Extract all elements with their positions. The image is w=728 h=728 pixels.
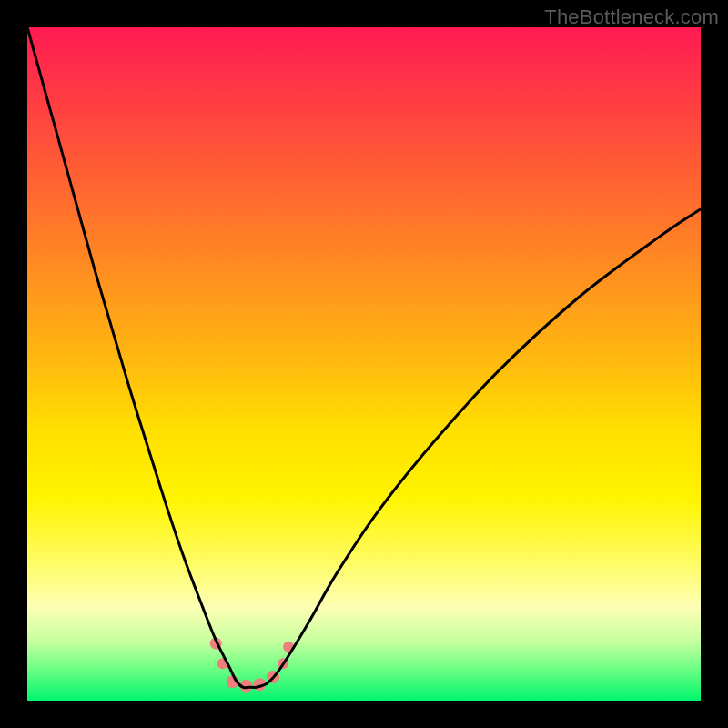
chart-svg: [27, 27, 701, 701]
plot-area: [27, 27, 701, 701]
bottleneck-curve: [27, 27, 701, 688]
watermark-text: TheBottleneck.com: [544, 5, 719, 29]
chart-frame: TheBottleneck.com: [0, 0, 728, 728]
